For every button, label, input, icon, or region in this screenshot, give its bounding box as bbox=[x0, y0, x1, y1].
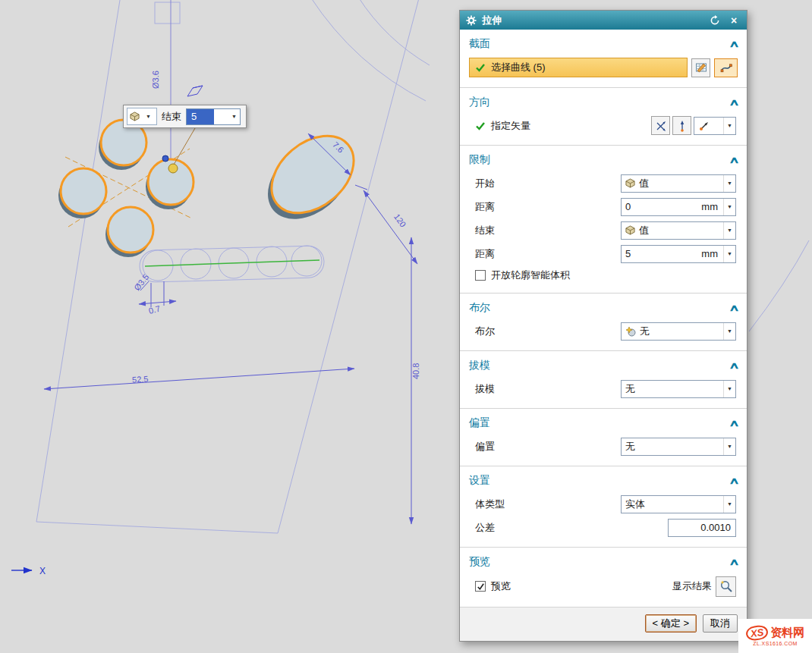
limit-type-dropdown[interactable]: ▼ bbox=[127, 108, 157, 125]
dropdown-arrow-icon: ▼ bbox=[723, 199, 735, 215]
dropdown-arrow-icon: ▼ bbox=[723, 496, 735, 513]
body-type-label: 体类型 bbox=[475, 498, 621, 511]
handle-leader bbox=[174, 128, 195, 165]
dropdown-arrow-icon: ▼ bbox=[723, 118, 735, 134]
end-label: 结束 bbox=[162, 110, 181, 124]
check-icon bbox=[475, 121, 486, 131]
offset-dropdown[interactable]: 无 ▼ bbox=[621, 438, 736, 456]
dim-length-120[interactable]: 120 bbox=[392, 212, 408, 229]
curve-rule-button[interactable] bbox=[714, 58, 738, 77]
collapse-chevron-icon[interactable]: ∧ bbox=[729, 360, 740, 371]
axis-x-label: X bbox=[39, 566, 46, 576]
preview-checkbox[interactable] bbox=[475, 581, 486, 592]
tolerance-label: 公差 bbox=[475, 521, 668, 535]
select-curve-label: 选择曲线 (5) bbox=[491, 61, 546, 74]
collapse-chevron-icon[interactable]: ∧ bbox=[729, 557, 740, 567]
collapse-chevron-icon[interactable]: ∧ bbox=[729, 97, 740, 108]
end-distance-input[interactable]: 5 mm ▼ bbox=[621, 245, 736, 263]
cube-icon bbox=[625, 178, 635, 188]
check-icon bbox=[477, 582, 485, 591]
dim-diameter-top[interactable]: Ø3.6 bbox=[151, 71, 160, 89]
dim-height-40-8[interactable]: 40.8 bbox=[411, 363, 420, 379]
open-profile-checkbox[interactable] bbox=[475, 270, 486, 281]
dialog-button-bar: < 确定 > 取消 bbox=[460, 607, 747, 641]
sketch-boundary[interactable] bbox=[36, 0, 430, 533]
reset-button[interactable] bbox=[708, 14, 722, 27]
origin-point-handle[interactable] bbox=[162, 155, 168, 162]
group-limits: 限制 ∧ 开始 值 ▼ 距离 0 mm ▼ bbox=[460, 146, 747, 294]
start-label: 开始 bbox=[475, 177, 621, 190]
collapse-chevron-icon[interactable]: ∧ bbox=[729, 476, 740, 486]
group-settings: 设置 ∧ 体类型 实体 ▼ 公差 0.0010 bbox=[460, 466, 747, 548]
dim-width-52-5[interactable]: 52.5 bbox=[132, 374, 149, 384]
start-type-dropdown[interactable]: 值 ▼ bbox=[621, 174, 736, 193]
extrude-dialog: 拉伸 × 截面 ∧ 选择曲线 (5) bbox=[459, 10, 747, 642]
dynamic-input-toolbar: ▼ 结束 5 ▼ bbox=[123, 105, 247, 128]
watermark: XS 资料网 ZL.XS1616.COM bbox=[738, 619, 812, 653]
dropdown-arrow-icon: ▼ bbox=[143, 114, 154, 119]
dropdown-arrow-icon[interactable]: ▼ bbox=[228, 114, 240, 119]
group-boolean: 布尔 ∧ 布尔 无 ▼ bbox=[460, 294, 747, 351]
collapse-chevron-icon[interactable]: ∧ bbox=[729, 418, 740, 429]
unit-label: mm bbox=[701, 201, 718, 212]
start-distance-label: 距离 bbox=[475, 200, 621, 214]
slot-profile[interactable] bbox=[139, 246, 324, 283]
end-distance-label: 距离 bbox=[475, 247, 621, 261]
collapse-chevron-icon[interactable]: ∧ bbox=[729, 155, 740, 165]
specify-vector-label: 指定矢量 bbox=[491, 119, 651, 133]
direction-header[interactable]: 方向 ∧ bbox=[460, 89, 747, 114]
end-label: 结束 bbox=[475, 224, 621, 237]
preview-header[interactable]: 预览 ∧ bbox=[460, 549, 747, 573]
sketch-line-green[interactable] bbox=[145, 260, 319, 266]
boolean-label: 布尔 bbox=[475, 325, 621, 338]
sketch-arc-right[interactable] bbox=[749, 240, 809, 331]
ok-button[interactable]: < 确定 > bbox=[645, 614, 697, 633]
vector-arrow-icon bbox=[698, 120, 710, 132]
distance-value-selected: 5 bbox=[187, 109, 214, 124]
point-constructor-button[interactable] bbox=[672, 116, 691, 135]
open-profile-label: 开放轮廓智能体积 bbox=[491, 268, 736, 282]
drag-handle-ball[interactable] bbox=[168, 164, 178, 173]
collapse-chevron-icon[interactable]: ∧ bbox=[729, 303, 740, 313]
curve-icon bbox=[720, 61, 732, 74]
end-type-dropdown[interactable]: 值 ▼ bbox=[621, 221, 736, 240]
group-preview: 预览 ∧ 预览 显示结果 bbox=[460, 548, 747, 607]
dim-slot-gap[interactable]: 0.7 bbox=[148, 304, 162, 316]
reset-icon bbox=[710, 15, 720, 26]
group-direction: 方向 ∧ 指定矢量 bbox=[460, 88, 747, 146]
body-type-dropdown[interactable]: 实体 ▼ bbox=[621, 495, 736, 513]
group-draft: 拔模 ∧ 拔模 无 ▼ bbox=[460, 351, 747, 409]
cancel-button[interactable]: 取消 bbox=[703, 614, 738, 633]
draft-dropdown[interactable]: 无 ▼ bbox=[621, 380, 736, 398]
dropdown-arrow-icon: ▼ bbox=[723, 381, 735, 397]
axis-x: X bbox=[11, 566, 46, 576]
close-button[interactable]: × bbox=[727, 14, 741, 27]
dialog-titlebar[interactable]: 拉伸 × bbox=[460, 11, 747, 30]
sketch-section-button[interactable] bbox=[691, 58, 710, 77]
limits-header[interactable]: 限制 ∧ bbox=[460, 147, 747, 171]
distance-value-input[interactable]: 5 ▼ bbox=[186, 108, 241, 125]
collapse-chevron-icon[interactable]: ∧ bbox=[729, 39, 740, 49]
show-result-button[interactable] bbox=[716, 576, 736, 597]
show-result-label: 显示结果 bbox=[672, 579, 712, 593]
settings-header[interactable]: 设置 ∧ bbox=[460, 468, 747, 492]
boolean-none-icon bbox=[625, 326, 636, 337]
datum-plane-icon bbox=[187, 86, 203, 96]
draft-header[interactable]: 拔模 ∧ bbox=[460, 353, 747, 377]
cube-icon bbox=[130, 111, 140, 121]
sketch-section-icon bbox=[695, 61, 707, 74]
magnifier-icon bbox=[719, 579, 733, 593]
select-curve-field[interactable]: 选择曲线 (5) bbox=[469, 58, 688, 77]
dropdown-arrow-icon: ▼ bbox=[723, 438, 735, 455]
cube-icon bbox=[625, 225, 635, 235]
boolean-dropdown[interactable]: 无 ▼ bbox=[621, 322, 736, 341]
preview-label: 预览 bbox=[491, 579, 672, 593]
start-distance-input[interactable]: 0 mm ▼ bbox=[621, 198, 736, 216]
section-header[interactable]: 截面 ∧ bbox=[460, 31, 747, 55]
boolean-header[interactable]: 布尔 ∧ bbox=[460, 295, 747, 319]
tolerance-input[interactable]: 0.0010 bbox=[668, 519, 736, 537]
vector-constructor-button[interactable] bbox=[651, 116, 670, 135]
vector-type-dropdown[interactable]: ▼ bbox=[694, 117, 736, 135]
offset-header[interactable]: 偏置 ∧ bbox=[460, 410, 747, 435]
extrude-preview-cylinders[interactable] bbox=[58, 120, 369, 257]
